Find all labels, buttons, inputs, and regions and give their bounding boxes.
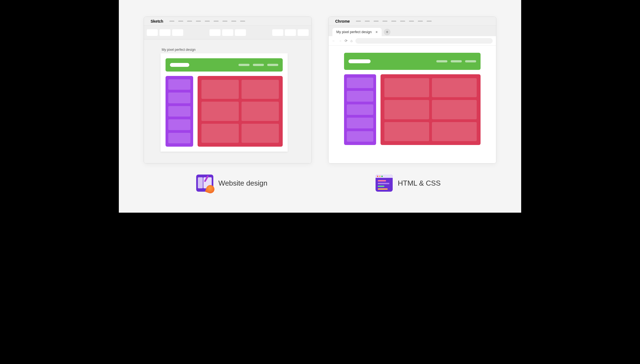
mock-sidebar-item (168, 119, 190, 130)
toolbar-button[interactable] (172, 29, 183, 36)
toolbar-button[interactable] (235, 29, 246, 36)
home-icon[interactable]: ⌂ (350, 39, 353, 43)
chrome-app-name: Chrome (335, 19, 350, 23)
mock-nav-item (238, 64, 250, 66)
mock-content-grid (381, 74, 481, 145)
toolbar-button[interactable] (285, 29, 296, 36)
mock-sidebar-item (168, 93, 190, 103)
mock-sidebar-item (347, 118, 373, 128)
mock-card (432, 100, 477, 119)
mock-sidebar-item (347, 91, 373, 101)
mock-nav-item (436, 60, 447, 62)
mock-card (242, 102, 279, 121)
sketch-window: Sketch My pixel perfect design (144, 17, 312, 163)
toolbar-button[interactable] (147, 29, 158, 36)
caption-text-right: HTML & CSS (398, 179, 440, 188)
mock-nav-item (267, 64, 278, 66)
back-icon[interactable]: ← (332, 39, 335, 43)
chrome-tabstrip: My pixel perfect design × + (329, 26, 496, 36)
mock-nav-item (465, 60, 476, 62)
mock-header (166, 58, 283, 72)
mock-sidebar-item (168, 79, 190, 90)
caption-right: HTML & CSS (320, 175, 496, 192)
mock-card (201, 102, 239, 121)
chrome-window: Chrome My pixel perfect design × + ← → ⟳… (328, 17, 496, 163)
address-bar[interactable] (355, 38, 493, 44)
toolbar-button[interactable] (272, 29, 283, 36)
mock-sidebar (344, 74, 376, 145)
mock-nav-item (451, 60, 462, 62)
browser-tab[interactable]: My pixel perfect design × (332, 28, 382, 36)
chrome-viewport (329, 46, 496, 163)
sketch-menubar: Sketch (144, 17, 311, 26)
mock-sidebar-item (168, 106, 190, 117)
caption-text-left: Website design (218, 179, 267, 188)
caption-left: Website design (144, 175, 320, 192)
sketch-canvas: My pixel perfect design (144, 39, 311, 163)
mock-sidebar (166, 76, 193, 147)
mock-sidebar-item (168, 133, 190, 143)
mock-sidebar-item (347, 104, 373, 115)
mock-card (432, 122, 477, 141)
mock-logo (348, 59, 371, 63)
mock-card (242, 80, 279, 99)
mock-sidebar-item (347, 78, 373, 88)
mock-logo (170, 63, 189, 67)
toolbar-button[interactable] (209, 29, 221, 36)
mock-card (432, 78, 477, 97)
reload-icon[interactable]: ⟳ (345, 39, 348, 43)
forward-icon[interactable]: → (338, 39, 342, 43)
sketch-toolbar (144, 26, 311, 39)
toolbar-button[interactable] (159, 29, 171, 36)
mock-card (242, 124, 279, 143)
mock-card (384, 78, 429, 97)
menu-placeholder (356, 21, 432, 22)
mock-card (384, 100, 429, 119)
mock-card (201, 124, 239, 143)
new-tab-button[interactable]: + (384, 29, 390, 35)
artboard-label: My pixel perfect design (162, 48, 295, 52)
chrome-toolbar: ← → ⟳ ⌂ (329, 36, 496, 46)
mock-card (201, 80, 239, 99)
chrome-menubar: Chrome (329, 17, 496, 26)
mock-content-grid (198, 76, 283, 147)
diagram-stage: Sketch My pixel perfect design (119, 0, 521, 213)
toolbar-button[interactable] (298, 29, 309, 36)
mock-header (344, 53, 481, 70)
tab-title: My pixel perfect design (336, 30, 372, 34)
close-tab-icon[interactable]: × (376, 30, 378, 34)
sketch-app-name: Sketch (151, 19, 163, 23)
toolbar-button[interactable] (222, 29, 233, 36)
html-css-icon (376, 175, 393, 192)
artboard (161, 53, 288, 152)
mock-card (384, 122, 429, 141)
mock-nav-item (253, 64, 264, 66)
website-design-icon (196, 175, 213, 192)
mock-sidebar-item (347, 131, 373, 142)
menu-placeholder (169, 21, 245, 22)
